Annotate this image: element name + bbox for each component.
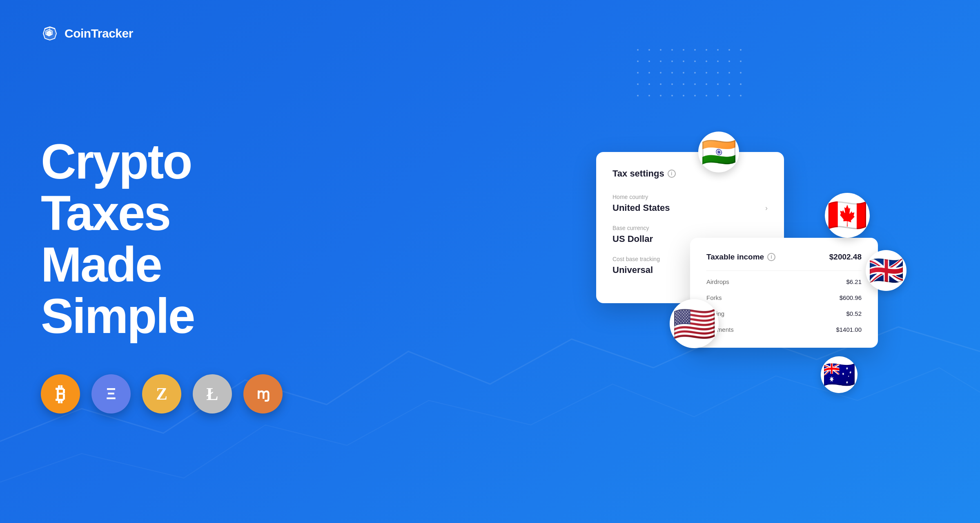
right-section: Tax settings i Home country United State… xyxy=(572,119,939,430)
zcash-icon: Z xyxy=(142,374,181,413)
taxable-income-row: Taxable income i $2002.48 xyxy=(706,253,862,262)
tax-settings-info-icon[interactable]: i xyxy=(668,170,676,178)
mining-row: Mining $0.52 xyxy=(706,310,862,317)
india-flag: 🇮🇳 xyxy=(698,132,739,172)
taxable-income-amount: $2002.48 xyxy=(829,253,862,262)
australia-flag: 🇦🇺 xyxy=(821,356,858,393)
payments-value: $1401.00 xyxy=(836,326,862,333)
cointracker-logo-icon xyxy=(41,25,59,42)
main-content: Crypto Taxes Made Simple ₿ Ξ Z Ł ɱ Tax s… xyxy=(41,51,939,498)
mining-value: $0.52 xyxy=(846,310,862,317)
forks-row: Forks $600.96 xyxy=(706,294,862,301)
tax-settings-title: Tax settings i xyxy=(612,168,768,179)
uk-flag: 🇬🇧 xyxy=(866,250,906,291)
headline-line2: Made Simple xyxy=(41,237,194,343)
page-content: CoinTracker Crypto Taxes Made Simple ₿ Ξ… xyxy=(0,0,980,523)
headline: Crypto Taxes Made Simple xyxy=(41,136,327,342)
airdrops-value: $6.21 xyxy=(846,278,862,285)
taxable-income-label: Taxable income xyxy=(706,253,764,262)
airdrops-row: Airdrops $6.21 xyxy=(706,278,862,285)
info-icon-label: i xyxy=(671,171,672,177)
base-currency-label: Base currency xyxy=(612,225,768,231)
taxable-income-title: Taxable income i xyxy=(706,253,775,262)
airdrops-label: Airdrops xyxy=(706,278,729,285)
home-country-chevron[interactable]: › xyxy=(765,204,768,212)
ethereum-icon: Ξ xyxy=(91,374,131,413)
home-country-field: Home country United States › xyxy=(612,194,768,213)
home-country-value: United States xyxy=(612,203,670,213)
home-country-label: Home country xyxy=(612,194,768,200)
taxable-income-card: Taxable income i $2002.48 Airdrops $6.21… xyxy=(690,238,878,348)
payments-row: Payments $1401.00 xyxy=(706,326,862,333)
litecoin-icon: Ł xyxy=(193,374,232,413)
taxable-income-info-icon[interactable]: i xyxy=(767,253,775,261)
logo-text: CoinTracker xyxy=(65,27,133,40)
forks-value: $600.96 xyxy=(840,294,862,301)
income-divider xyxy=(706,270,862,271)
usa-flag: 🇺🇸 xyxy=(670,299,719,348)
forks-label: Forks xyxy=(706,294,722,301)
canada-flag: 🇨🇦 xyxy=(825,193,870,238)
headline-line1: Crypto Taxes xyxy=(41,134,192,240)
monero-icon: ɱ xyxy=(243,374,283,413)
crypto-coins-row: ₿ Ξ Z Ł ɱ xyxy=(41,374,327,413)
tax-settings-label: Tax settings xyxy=(612,168,664,179)
left-section: Crypto Taxes Made Simple ₿ Ξ Z Ł ɱ xyxy=(41,136,327,413)
header: CoinTracker xyxy=(41,25,939,42)
bitcoin-icon: ₿ xyxy=(41,374,80,413)
